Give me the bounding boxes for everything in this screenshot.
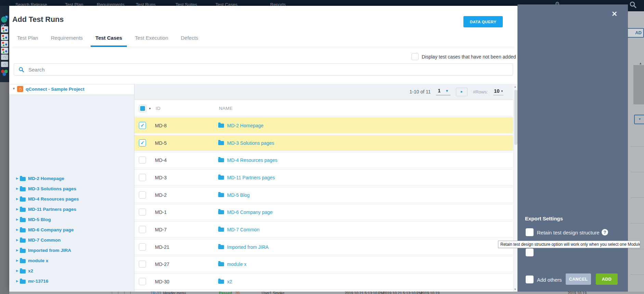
rows-per-page-selector[interactable]: 10 ▾ — [493, 88, 503, 95]
table-row[interactable]: ✓ MD-1 MD-6 Company page — [134, 204, 513, 220]
tree-item-label[interactable]: x2 — [28, 268, 33, 273]
row-name-link[interactable]: MD-4 Resources pages — [227, 157, 277, 163]
users-icon[interactable] — [1, 26, 8, 33]
tree-item-label[interactable]: MD-11 Partners pages — [28, 207, 76, 212]
table-row[interactable]: ✓ MD-5 MD-3 Solutions pages — [134, 135, 513, 151]
caret-right-icon[interactable]: ▶ — [16, 248, 18, 252]
row-checkbox[interactable]: ✓ — [139, 243, 146, 251]
cancel-button[interactable]: CANCEL — [566, 273, 591, 285]
tab-test-cases[interactable]: Test Cases — [91, 30, 127, 47]
row-name-link[interactable]: module x — [227, 261, 247, 267]
tree-item-label[interactable]: MD-2 Homepage — [28, 176, 64, 181]
tree-item[interactable]: ▶Imported from JIRA — [9, 247, 134, 254]
tree-item[interactable]: ▶MD-11 Partners pages — [9, 206, 134, 213]
row-name-link[interactable]: MD-3 Solutions pages — [227, 140, 274, 146]
caret-right-icon[interactable]: ▶ — [16, 259, 18, 262]
caret-right-icon[interactable]: ▶ — [16, 269, 18, 272]
download-button-partial[interactable]: AD — [628, 28, 644, 38]
table-row[interactable]: ✓ MD-3 MD-11 Partners pages — [134, 169, 513, 186]
tree-item[interactable]: ▶MD-5 Blog — [9, 216, 134, 223]
users-icon[interactable] — [1, 34, 8, 40]
table-row[interactable]: ✓ MD-21 Imported from JIRA — [134, 239, 513, 255]
tree-item-label[interactable]: MD-7 Common — [28, 238, 61, 243]
next-page-button[interactable]: ▸ — [456, 88, 468, 96]
row-checkbox[interactable]: ✓ — [139, 208, 146, 216]
tab-test-execution[interactable]: Test Execution — [130, 30, 173, 47]
scrollbar-thumb[interactable] — [514, 90, 517, 145]
row-checkbox[interactable]: ✓ — [139, 278, 146, 285]
caret-down-icon[interactable]: ▼ — [12, 87, 15, 90]
caret-right-icon[interactable]: ▶ — [16, 197, 18, 201]
row-checkbox[interactable]: ✓ — [139, 156, 146, 164]
column-header-id[interactable]: ID — [156, 106, 160, 111]
close-icon[interactable]: × — [612, 9, 617, 18]
row-name-link[interactable]: MD-11 Partners pages — [227, 175, 275, 180]
wave-folder-icon[interactable]: ∩ — [1, 62, 8, 67]
column-header-name[interactable]: NAME — [219, 106, 233, 111]
scroll-down-icon[interactable]: ▾ — [514, 287, 516, 291]
tab-test-plan[interactable]: Test Plan — [12, 30, 43, 47]
table-row[interactable]: ✓ MD-27 module x — [134, 256, 513, 272]
tree-item[interactable]: ▶MD-6 Company page — [9, 226, 134, 234]
retain-structure-checkbox[interactable] — [526, 228, 534, 236]
select-menu-caret-icon[interactable]: ▾ — [149, 107, 151, 110]
tree-item-label[interactable]: module x — [28, 258, 48, 263]
caret-right-icon[interactable]: ▶ — [16, 238, 18, 242]
row-checkbox[interactable]: ✓ — [139, 260, 146, 268]
row-checkbox[interactable]: ✓ — [139, 139, 146, 146]
caret-right-icon[interactable]: ▶ — [16, 207, 18, 211]
scroll-up-icon[interactable]: ▴ — [514, 85, 516, 88]
partially-hidden-checkbox[interactable] — [526, 248, 534, 256]
row-name-link[interactable]: Imported from JIRA — [227, 244, 268, 250]
tree-item-label[interactable]: MD-3 Solutions pages — [28, 186, 76, 191]
add-button[interactable]: ADD — [596, 273, 618, 285]
tree-item-label[interactable]: mr-13716 — [28, 279, 48, 284]
tree-root-label[interactable]: qConnect - Sample Project — [26, 87, 84, 92]
caret-right-icon[interactable]: ▶ — [16, 177, 18, 180]
display-not-added-checkbox[interactable]: ✓ — [411, 53, 419, 60]
tree-root-item[interactable]: ▼ ⌂ qConnect - Sample Project — [9, 85, 134, 94]
tree-item[interactable]: ▶x2 — [9, 267, 134, 275]
tree-item-label[interactable]: MD-4 Resources pages — [28, 196, 79, 202]
tree-item[interactable]: ▶module x — [9, 257, 134, 265]
table-row[interactable]: ✓ MD-4 MD-4 Resources pages — [134, 152, 513, 168]
users-icon[interactable] — [1, 48, 8, 54]
row-name-link[interactable]: MD-7 Common — [227, 227, 260, 232]
tree-item-label[interactable]: MD-5 Blog — [28, 217, 51, 222]
row-checkbox[interactable]: ✓ — [139, 226, 146, 233]
page-selector[interactable]: 1 ▼ — [436, 88, 450, 95]
caret-right-icon[interactable]: ▶ — [16, 279, 18, 283]
data-query-view-button[interactable]: DATA QUERY VIEW — [463, 16, 503, 27]
tab-defects[interactable]: Defects — [176, 30, 203, 47]
caret-right-icon[interactable]: ▶ — [16, 187, 18, 190]
wave-folder-icon[interactable]: ∩ — [1, 54, 8, 60]
tab-requirements[interactable]: Requirements — [46, 30, 88, 47]
tree-item[interactable]: ▶MD-4 Resources pages — [9, 195, 134, 203]
users-icon[interactable] — [1, 41, 8, 47]
tree-item[interactable]: ▶MD-2 Homepage — [9, 175, 134, 182]
row-name-link[interactable]: MD-6 Company page — [227, 209, 273, 215]
row-name-link[interactable]: x2 — [227, 279, 232, 284]
row-name-link[interactable]: MD-5 Blog — [227, 192, 250, 198]
tree-item[interactable]: ▶MD-7 Common — [9, 237, 134, 244]
caret-right-icon[interactable]: ▶ — [16, 218, 18, 221]
add-others-checkbox[interactable] — [526, 276, 534, 283]
search-icon[interactable] — [629, 1, 637, 10]
table-row[interactable]: ✓ MD-7 MD-7 Common — [134, 221, 513, 238]
caret-right-icon[interactable]: ▶ — [16, 228, 18, 231]
row-name-link[interactable]: MD-2 Homepage — [227, 123, 264, 128]
table-row[interactable]: ✓ MD-8 MD-2 Homepage — [134, 117, 513, 133]
row-checkbox[interactable]: ✓ — [139, 174, 146, 181]
app-logo-icon[interactable]: + — [1, 16, 7, 23]
help-icon[interactable]: ? — [602, 229, 608, 235]
dropdown-caret-icon[interactable]: ▾ — [634, 115, 644, 124]
tree-item[interactable]: ▶mr-13716 — [9, 278, 134, 285]
tree-item-label[interactable]: MD-6 Company page — [28, 227, 74, 232]
tree-item[interactable]: ▶MD-3 Solutions pages — [9, 185, 134, 193]
tree-item-label[interactable]: Imported from JIRA — [28, 248, 71, 253]
table-row[interactable]: ✓ MD-30 x2 — [134, 273, 513, 290]
select-all-checkbox[interactable] — [139, 105, 146, 112]
row-checkbox[interactable]: ✓ — [139, 191, 146, 199]
search-input[interactable] — [14, 63, 513, 76]
table-row[interactable]: ✓ MD-2 MD-5 Blog — [134, 187, 513, 203]
